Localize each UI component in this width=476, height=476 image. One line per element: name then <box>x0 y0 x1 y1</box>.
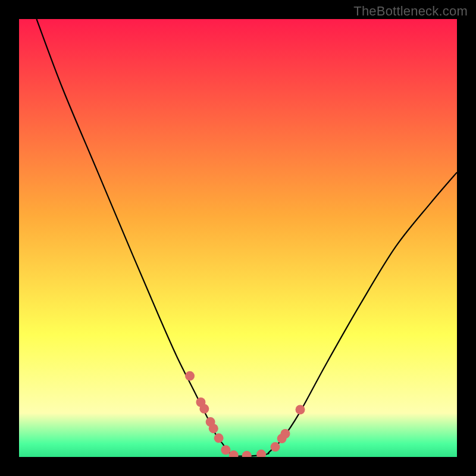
curve-marker <box>296 405 305 415</box>
curve-marker <box>199 404 209 414</box>
outer-frame: TheBottleneck.com <box>0 0 476 476</box>
curve-marker <box>214 433 224 443</box>
bottleneck-chart <box>19 19 457 457</box>
curve-marker <box>280 429 290 439</box>
gradient-background <box>19 19 457 457</box>
watermark-text: TheBottleneck.com <box>353 4 468 19</box>
curve-marker <box>209 424 218 433</box>
curve-marker <box>271 442 280 452</box>
curve-marker <box>185 371 195 381</box>
curve-marker <box>221 445 230 455</box>
